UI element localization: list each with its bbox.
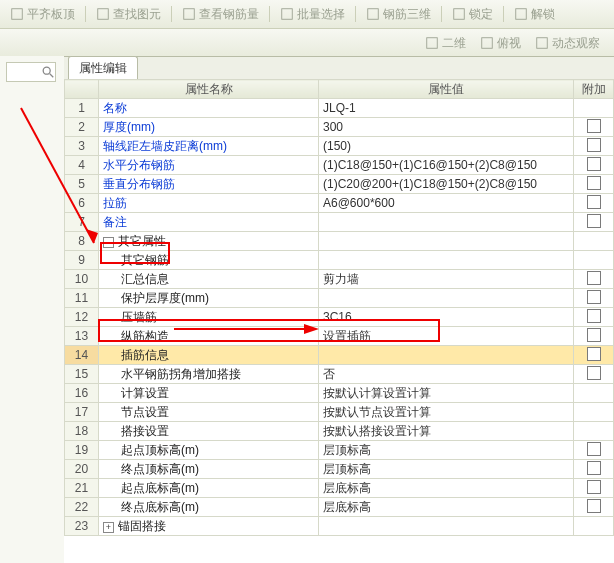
extra-cell[interactable]: [574, 289, 614, 308]
property-value-cell[interactable]: 层底标高: [319, 498, 574, 517]
checkbox-icon[interactable]: [587, 214, 601, 228]
extra-cell[interactable]: [574, 460, 614, 479]
property-name-cell[interactable]: 水平钢筋拐角增加搭接: [99, 365, 319, 384]
table-row[interactable]: 17节点设置按默认节点设置计算: [65, 403, 614, 422]
property-name-cell[interactable]: 名称: [99, 99, 319, 118]
extra-cell[interactable]: [574, 403, 614, 422]
property-value-cell[interactable]: JLQ-1: [319, 99, 574, 118]
property-name-cell[interactable]: 插筋信息: [99, 346, 319, 365]
table-row[interactable]: 20终点顶标高(m)层顶标高: [65, 460, 614, 479]
extra-cell[interactable]: [574, 213, 614, 232]
table-row[interactable]: 3轴线距左墙皮距离(mm)(150): [65, 137, 614, 156]
property-value-cell[interactable]: A6@600*600: [319, 194, 574, 213]
table-row[interactable]: 18搭接设置按默认搭接设置计算: [65, 422, 614, 441]
property-name-cell[interactable]: 终点顶标高(m): [99, 460, 319, 479]
checkbox-icon[interactable]: [587, 157, 601, 171]
property-value-cell[interactable]: [319, 346, 574, 365]
extra-cell[interactable]: [574, 270, 614, 289]
col-header-value[interactable]: 属性值: [319, 80, 574, 99]
property-name-cell[interactable]: 终点底标高(m): [99, 498, 319, 517]
checkbox-icon[interactable]: [587, 461, 601, 475]
extra-cell[interactable]: [574, 327, 614, 346]
property-name-cell[interactable]: +锚固搭接: [99, 517, 319, 536]
checkbox-icon[interactable]: [587, 309, 601, 323]
extra-cell[interactable]: [574, 308, 614, 327]
checkbox-icon[interactable]: [587, 442, 601, 456]
property-value-cell[interactable]: [319, 251, 574, 270]
toolbar-button[interactable]: 俯视: [476, 34, 525, 53]
tab-property-edit[interactable]: 属性编辑: [68, 56, 138, 80]
toolbar-button[interactable]: 查看钢筋量: [178, 5, 263, 24]
property-name-cell[interactable]: 搭接设置: [99, 422, 319, 441]
checkbox-icon[interactable]: [587, 480, 601, 494]
extra-cell[interactable]: [574, 346, 614, 365]
expander-icon[interactable]: +: [103, 522, 114, 533]
property-value-cell[interactable]: 设置插筋: [319, 327, 574, 346]
table-row[interactable]: 23+锚固搭接: [65, 517, 614, 536]
extra-cell[interactable]: [574, 232, 614, 251]
expander-icon[interactable]: -: [103, 237, 114, 248]
toolbar-button[interactable]: 二维: [421, 34, 470, 53]
property-value-cell[interactable]: (150): [319, 137, 574, 156]
col-header-extra[interactable]: 附加: [574, 80, 614, 99]
table-row[interactable]: 22终点底标高(m)层底标高: [65, 498, 614, 517]
property-name-cell[interactable]: 备注: [99, 213, 319, 232]
property-name-cell[interactable]: 厚度(mm): [99, 118, 319, 137]
extra-cell[interactable]: [574, 175, 614, 194]
property-value-cell[interactable]: 按默认搭接设置计算: [319, 422, 574, 441]
table-row[interactable]: 15水平钢筋拐角增加搭接否: [65, 365, 614, 384]
extra-cell[interactable]: [574, 517, 614, 536]
table-row[interactable]: 6拉筋A6@600*600: [65, 194, 614, 213]
property-value-cell[interactable]: 层顶标高: [319, 441, 574, 460]
extra-cell[interactable]: [574, 498, 614, 517]
extra-cell[interactable]: [574, 118, 614, 137]
checkbox-icon[interactable]: [587, 347, 601, 361]
property-name-cell[interactable]: 汇总信息: [99, 270, 319, 289]
property-name-cell[interactable]: 压墙筋: [99, 308, 319, 327]
checkbox-icon[interactable]: [587, 499, 601, 513]
property-value-cell[interactable]: 否: [319, 365, 574, 384]
table-row[interactable]: 7备注: [65, 213, 614, 232]
property-value-cell[interactable]: (1)C18@150+(1)C16@150+(2)C8@150: [319, 156, 574, 175]
checkbox-icon[interactable]: [587, 366, 601, 380]
extra-cell[interactable]: [574, 156, 614, 175]
checkbox-icon[interactable]: [587, 195, 601, 209]
table-row[interactable]: 1名称JLQ-1: [65, 99, 614, 118]
toolbar-button[interactable]: 钢筋三维: [362, 5, 435, 24]
table-row[interactable]: 19起点顶标高(m)层顶标高: [65, 441, 614, 460]
table-row[interactable]: 12压墙筋3C16: [65, 308, 614, 327]
extra-cell[interactable]: [574, 479, 614, 498]
table-row[interactable]: 8-其它属性: [65, 232, 614, 251]
property-name-cell[interactable]: 垂直分布钢筋: [99, 175, 319, 194]
property-value-cell[interactable]: 层底标高: [319, 479, 574, 498]
table-row[interactable]: 13纵筋构造设置插筋: [65, 327, 614, 346]
table-row[interactable]: 10汇总信息剪力墙: [65, 270, 614, 289]
property-value-cell[interactable]: [319, 213, 574, 232]
property-value-cell[interactable]: 3C16: [319, 308, 574, 327]
toolbar-button[interactable]: 解锁: [510, 5, 559, 24]
extra-cell[interactable]: [574, 365, 614, 384]
toolbar-button[interactable]: 平齐板顶: [6, 5, 79, 24]
property-value-cell[interactable]: (1)C20@200+(1)C18@150+(2)C8@150: [319, 175, 574, 194]
checkbox-icon[interactable]: [587, 271, 601, 285]
table-row[interactable]: 2厚度(mm)300: [65, 118, 614, 137]
extra-cell[interactable]: [574, 441, 614, 460]
table-row[interactable]: 14插筋信息: [65, 346, 614, 365]
property-value-cell[interactable]: 按默认节点设置计算: [319, 403, 574, 422]
property-name-cell[interactable]: 拉筋: [99, 194, 319, 213]
property-name-cell[interactable]: 计算设置: [99, 384, 319, 403]
property-name-cell[interactable]: 其它钢筋: [99, 251, 319, 270]
property-value-cell[interactable]: 层顶标高: [319, 460, 574, 479]
table-row[interactable]: 9其它钢筋: [65, 251, 614, 270]
toolbar-button[interactable]: 查找图元: [92, 5, 165, 24]
property-value-cell[interactable]: [319, 517, 574, 536]
checkbox-icon[interactable]: [587, 176, 601, 190]
col-header-name[interactable]: 属性名称: [99, 80, 319, 99]
property-name-cell[interactable]: 起点顶标高(m): [99, 441, 319, 460]
checkbox-icon[interactable]: [587, 290, 601, 304]
property-value-cell[interactable]: [319, 289, 574, 308]
table-row[interactable]: 21起点底标高(m)层底标高: [65, 479, 614, 498]
toolbar-button[interactable]: 批量选择: [276, 5, 349, 24]
property-value-cell[interactable]: 300: [319, 118, 574, 137]
property-name-cell[interactable]: 纵筋构造: [99, 327, 319, 346]
